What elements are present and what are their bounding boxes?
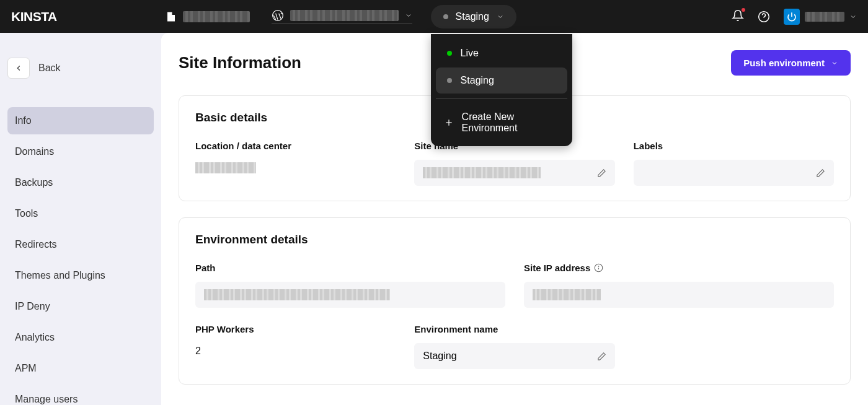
sidebar-item-themes-plugins[interactable]: Themes and Plugins — [7, 262, 154, 289]
user-menu[interactable] — [784, 9, 857, 25]
sidebar-item-domains[interactable]: Domains — [7, 138, 154, 165]
notification-dot — [742, 8, 745, 12]
env-name-value: Staging — [423, 351, 456, 362]
ip-field — [524, 282, 834, 308]
divider — [436, 98, 567, 99]
environment-selected-label: Staging — [456, 11, 489, 22]
status-dot-icon — [443, 14, 448, 19]
edit-icon — [597, 352, 606, 361]
env-name-field[interactable]: Staging — [414, 343, 614, 369]
sidebar-item-redirects[interactable]: Redirects — [7, 231, 154, 258]
labels-field[interactable] — [634, 160, 834, 186]
sidebar-item-manage-users[interactable]: Manage users — [7, 386, 154, 405]
chevron-down-icon — [849, 13, 857, 20]
company-selector[interactable] — [166, 11, 250, 22]
avatar — [784, 9, 800, 25]
wordpress-icon — [272, 9, 284, 22]
card-title: Environment details — [195, 233, 834, 246]
php-workers-value: 2 — [195, 343, 396, 359]
status-dot-icon — [447, 78, 452, 83]
info-icon[interactable] — [594, 263, 603, 272]
back-label: Back — [38, 63, 61, 74]
page-title: Site Information — [179, 53, 301, 72]
environment-details-card: Environment details Path Site IP address — [179, 217, 851, 385]
environment-selector[interactable]: Staging — [431, 5, 516, 28]
company-name-redacted — [183, 11, 250, 22]
create-environment-button[interactable]: Create New Environment — [433, 104, 570, 141]
push-environment-button[interactable]: Push environment — [731, 50, 851, 76]
edit-icon — [816, 168, 825, 178]
site-selector[interactable] — [272, 9, 412, 24]
sidebar-item-tools[interactable]: Tools — [7, 200, 154, 227]
env-option-label: Staging — [461, 75, 494, 86]
status-dot-icon — [447, 51, 452, 56]
sidebar-item-info[interactable]: Info — [7, 107, 154, 134]
sidebar-item-apm[interactable]: APM — [7, 355, 154, 382]
chevron-down-icon — [497, 13, 504, 20]
sidebar-item-analytics[interactable]: Analytics — [7, 324, 154, 351]
notifications-button[interactable] — [732, 9, 744, 24]
labels-label: Labels — [634, 141, 834, 151]
chevron-down-icon — [831, 59, 838, 67]
sidebar: Back Info Domains Backups Tools Redirect… — [0, 33, 161, 405]
username-redacted — [805, 12, 844, 22]
ip-value-redacted — [533, 289, 601, 300]
env-name-label: Environment name — [414, 324, 614, 334]
site-name-redacted — [290, 10, 399, 21]
plus-icon — [445, 118, 453, 128]
building-icon — [166, 11, 177, 22]
location-label: Location / data center — [195, 141, 396, 151]
env-option-staging[interactable]: Staging — [436, 68, 567, 94]
sidebar-item-ip-deny[interactable]: IP Deny — [7, 293, 154, 320]
chevron-down-icon — [405, 12, 412, 19]
path-field — [195, 282, 505, 308]
arrow-left-icon — [14, 64, 23, 72]
path-value-redacted — [204, 289, 390, 300]
push-environment-label: Push environment — [743, 58, 825, 68]
edit-icon — [597, 168, 606, 178]
svg-point-6 — [598, 266, 599, 267]
top-bar: KINSTA Staging Live Staging C — [0, 0, 868, 33]
php-workers-label: PHP Workers — [195, 324, 396, 334]
location-value-redacted — [195, 162, 256, 173]
path-label: Path — [195, 263, 505, 273]
site-name-field[interactable] — [414, 160, 614, 186]
env-option-live[interactable]: Live — [436, 40, 567, 66]
sidebar-item-backups[interactable]: Backups — [7, 169, 154, 196]
back-button[interactable] — [7, 58, 30, 79]
env-option-label: Live — [461, 48, 479, 59]
power-icon — [787, 12, 797, 22]
environment-dropdown: Live Staging Create New Environment — [431, 34, 572, 146]
help-icon[interactable] — [758, 11, 770, 23]
create-environment-label: Create New Environment — [462, 111, 559, 134]
site-name-value-redacted — [423, 167, 541, 178]
ip-label: Site IP address — [524, 263, 834, 273]
logo[interactable]: KINSTA — [11, 9, 57, 24]
